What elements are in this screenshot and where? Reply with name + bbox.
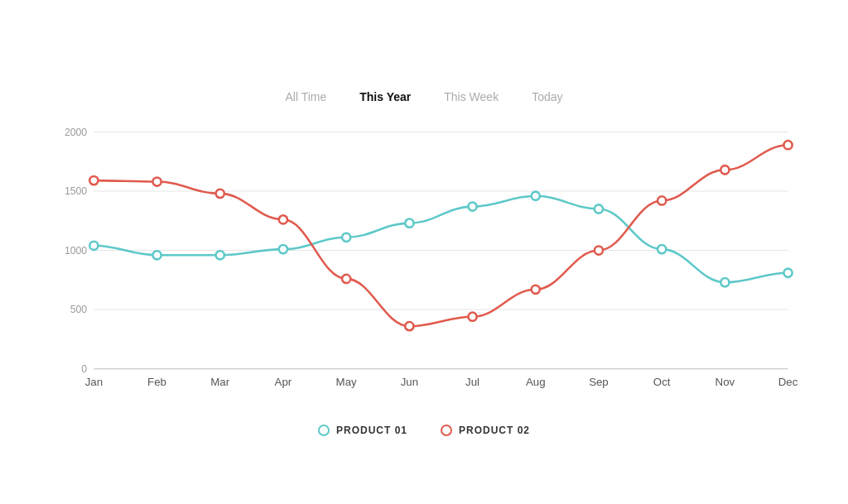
svg-point-36 <box>216 190 224 198</box>
svg-point-34 <box>89 176 98 185</box>
chart-legend: PRODUCT 01PRODUCT 02 <box>43 425 805 436</box>
svg-point-41 <box>532 286 540 294</box>
svg-point-25 <box>279 245 287 253</box>
svg-point-30 <box>595 204 603 213</box>
svg-text:0: 0 <box>81 363 87 375</box>
legend-item-p1: PRODUCT 01 <box>318 425 407 436</box>
svg-text:Aug: Aug <box>526 376 546 388</box>
svg-point-31 <box>658 245 666 253</box>
legend-label-p1: PRODUCT 01 <box>336 425 407 436</box>
svg-point-22 <box>89 242 98 250</box>
svg-text:Apr: Apr <box>275 376 292 388</box>
svg-text:Jul: Jul <box>465 376 479 388</box>
svg-point-37 <box>279 215 287 223</box>
svg-point-28 <box>468 202 476 210</box>
tab-all-time[interactable]: All Time <box>268 85 343 108</box>
svg-point-26 <box>342 233 350 242</box>
svg-point-42 <box>595 246 603 254</box>
line-chart: 0500100015002000JanFebMarAprMayJunJulAug… <box>43 118 805 416</box>
svg-text:Jun: Jun <box>401 376 418 388</box>
svg-point-40 <box>468 313 476 321</box>
svg-text:500: 500 <box>70 304 88 315</box>
svg-text:Jan: Jan <box>85 376 103 388</box>
legend-dot-p2 <box>441 425 452 436</box>
svg-text:Mar: Mar <box>210 376 229 388</box>
svg-point-43 <box>658 196 666 204</box>
svg-text:1500: 1500 <box>65 185 87 197</box>
tab-today[interactable]: Today <box>515 85 579 108</box>
svg-point-45 <box>783 141 792 149</box>
legend-item-p2: PRODUCT 02 <box>441 425 530 436</box>
tab-this-week[interactable]: This Week <box>427 85 515 108</box>
svg-text:Sep: Sep <box>589 376 609 388</box>
svg-point-27 <box>405 219 413 228</box>
svg-text:Nov: Nov <box>716 376 735 388</box>
svg-point-39 <box>405 322 413 330</box>
svg-point-33 <box>783 269 792 277</box>
svg-text:Oct: Oct <box>653 376 671 388</box>
svg-point-23 <box>152 251 161 259</box>
tab-bar: All TimeThis YearThis WeekToday <box>43 85 805 108</box>
svg-point-24 <box>216 251 224 259</box>
svg-text:Dec: Dec <box>778 376 798 388</box>
main-container: All TimeThis YearThis WeekToday 05001000… <box>18 55 830 449</box>
svg-point-38 <box>342 275 350 283</box>
legend-label-p2: PRODUCT 02 <box>459 425 530 436</box>
chart-area: 0500100015002000JanFebMarAprMayJunJulAug… <box>43 118 805 416</box>
legend-dot-p1 <box>318 425 330 436</box>
svg-point-44 <box>720 166 729 174</box>
svg-text:1000: 1000 <box>65 245 87 257</box>
svg-text:May: May <box>336 376 357 388</box>
tab-this-year[interactable]: This Year <box>343 85 427 108</box>
svg-text:2000: 2000 <box>65 127 87 138</box>
svg-text:Feb: Feb <box>147 376 166 388</box>
svg-point-35 <box>152 177 161 185</box>
svg-point-29 <box>532 192 540 200</box>
svg-point-32 <box>720 278 729 286</box>
